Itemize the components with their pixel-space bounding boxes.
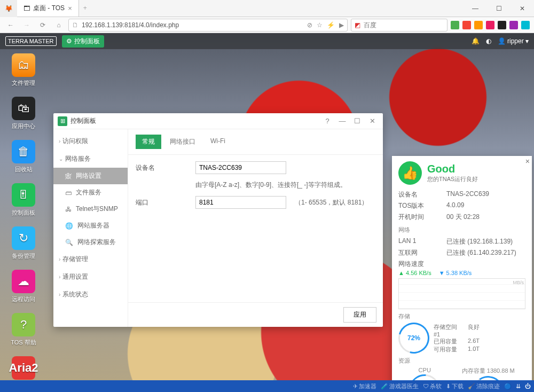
kv-row: 存储空间 #1良好: [434, 323, 480, 338]
window-close-button[interactable]: ✕: [511, 0, 534, 17]
cp-sidebar-item[interactable]: 🖧Telnet与SNMP: [53, 201, 128, 217]
kv-value: TNAS-2CC639: [446, 190, 525, 199]
tab-close-icon[interactable]: ×: [68, 4, 72, 12]
cp-sidebar-category[interactable]: ›系统状态: [53, 286, 128, 303]
lock-icon: 🗋: [72, 21, 78, 29]
search-input[interactable]: [364, 21, 444, 29]
port-input[interactable]: [195, 196, 286, 209]
ext-icon[interactable]: [521, 21, 530, 29]
status-title: Good: [427, 163, 478, 175]
ext-icon[interactable]: [462, 21, 471, 29]
cp-sidebar-item[interactable]: 🌐网站服务器: [53, 217, 128, 234]
address-bar[interactable]: 🗋 ⊘ ☆ ⚡ ▶: [68, 19, 348, 32]
nav-reload-button[interactable]: ⟳: [36, 19, 49, 32]
cp-maximize-button[interactable]: ☐: [351, 117, 364, 125]
cp-sidebar-item[interactable]: 🗃文件服务: [53, 184, 128, 201]
topbar-chip[interactable]: ⚙ 控制面板: [62, 35, 104, 48]
addr-play-icon[interactable]: ▶: [339, 21, 344, 29]
cp-main: 常规网络接口Wi-Fi 设备名 由字母[A-Z a-z]、数字[0-9]、连接符…: [128, 129, 383, 327]
ext-icon[interactable]: [509, 21, 518, 29]
taskbar-tray-icon[interactable]: ⇊: [516, 383, 521, 390]
kv-key: 互联网: [398, 248, 446, 257]
kv-row: 网络速度: [398, 258, 525, 270]
browser-tab[interactable]: 🗔 桌面 - TOS ×: [17, 0, 79, 17]
nav-home-button[interactable]: ⌂: [52, 19, 65, 32]
desktop-icon-tile: 🗂: [12, 53, 35, 77]
browser-titlebar: 🦊 🗔 桌面 - TOS × + — ☐ ✕: [0, 0, 534, 17]
kv-value: 2.6T: [468, 338, 480, 346]
cp-help-button[interactable]: ?: [321, 117, 334, 125]
cp-titlebar[interactable]: ⊞ 控制面板 ? — ☐ ✕: [53, 113, 383, 129]
desktop-icon-tile: ↻: [12, 226, 35, 250]
desktop-icon[interactable]: 🎚控制面板: [7, 183, 40, 217]
search-engine-icon: ◩: [355, 21, 360, 29]
taskbar-item[interactable]: 🛡 杀软: [423, 382, 442, 390]
cp-category-label: 访问权限: [62, 137, 88, 146]
ext-icon[interactable]: [451, 21, 459, 29]
desktop-icon[interactable]: 🗂文件管理: [7, 53, 40, 87]
chevron-icon: ⌄: [59, 156, 63, 162]
device-name-input[interactable]: [195, 161, 286, 174]
search-bar[interactable]: ◩: [351, 19, 447, 32]
user-menu[interactable]: 👤 ripper ▾: [498, 37, 529, 45]
chevron-icon: ›: [59, 292, 60, 297]
addr-stop-icon[interactable]: ⊘: [307, 21, 312, 29]
cp-sidebar-category[interactable]: ⌄网络服务: [53, 150, 128, 168]
cp-minimize-button[interactable]: —: [336, 117, 349, 125]
cpu-label: CPU: [419, 367, 431, 373]
ext-icon[interactable]: [486, 21, 494, 29]
nav-forward-button[interactable]: →: [20, 19, 33, 32]
taskbar-tray-icon[interactable]: 🔵: [504, 383, 512, 390]
cp-close-button[interactable]: ✕: [366, 117, 379, 125]
desktop-icon[interactable]: 🗑回收站: [7, 140, 40, 174]
cp-sidebar-item[interactable]: 🕸网络设置: [53, 168, 128, 184]
tos-topbar: TERRA MASTER ⚙ 控制面板 🔔 ◐ 👤 ripper ▾: [0, 33, 534, 49]
new-tab-button[interactable]: +: [79, 0, 91, 17]
nav-back-button[interactable]: ←: [4, 19, 17, 32]
cp-sidebar-category[interactable]: ›通用设置: [53, 268, 128, 286]
kv-key: 可用容量: [434, 346, 464, 354]
cp-sidebar-category[interactable]: ›访问权限: [53, 132, 128, 150]
kv-row: TOS版本4.0.09: [398, 200, 525, 211]
cp-tab[interactable]: Wi-Fi: [204, 135, 232, 149]
chevron-icon: ›: [59, 256, 60, 262]
port-label: 端口: [136, 198, 187, 207]
cp-tabs: 常规网络接口Wi-Fi: [128, 129, 383, 155]
addr-bolt-icon[interactable]: ⚡: [327, 21, 335, 29]
kv-key: 已用容量: [434, 338, 464, 346]
taskbar-item[interactable]: 🧪 游戏器医生: [381, 382, 419, 390]
taskbar-item[interactable]: 🧹 清除痕迹: [468, 382, 500, 390]
apply-button[interactable]: 应用: [343, 307, 376, 323]
desktop-icon-label: 备份管理: [12, 252, 35, 260]
cp-sidebar-item[interactable]: 🔍网络探索服务: [53, 234, 128, 250]
desktop-icon-label: 回收站: [15, 166, 33, 174]
port-hint: （1- 65535，默认 8181）: [295, 198, 368, 207]
desktop-icon[interactable]: 🛍应用中心: [7, 97, 40, 130]
window-maximize-button[interactable]: ☐: [487, 0, 511, 17]
kv-row: 可用容量1.0T: [434, 346, 480, 354]
bell-icon[interactable]: 🔔: [472, 37, 480, 45]
cp-category-label: 网络服务: [65, 154, 91, 163]
desktop-icons: 🗂文件管理🛍应用中心🗑回收站🎚控制面板↻备份管理☁远程访问?TOS 帮助Aria…: [7, 53, 40, 388]
ext-icon[interactable]: [498, 21, 506, 29]
cp-category-label: 存储管理: [62, 255, 88, 264]
address-input[interactable]: [82, 21, 304, 29]
taskbar-item[interactable]: ⬇ 下载: [446, 382, 464, 390]
status-close-button[interactable]: ×: [525, 157, 530, 166]
desktop-icon[interactable]: ↻备份管理: [7, 226, 40, 260]
window-minimize-button[interactable]: —: [464, 0, 487, 17]
taskbar-tray-icon[interactable]: ⏻: [525, 383, 531, 389]
taskbar-item[interactable]: ✈ 加速器: [353, 382, 376, 390]
ext-icon[interactable]: [474, 21, 483, 29]
desktop-icon[interactable]: ?TOS 帮助: [7, 313, 40, 347]
status-icon[interactable]: ◐: [486, 37, 491, 45]
section-storage-label: 存储: [398, 312, 525, 320]
speed-up: ▲ 4.56 KB/s: [398, 270, 431, 276]
sidebar-item-label: Telnet与SNMP: [76, 205, 118, 214]
kv-key: 开机时间: [398, 213, 446, 222]
cp-tab[interactable]: 常规: [136, 135, 161, 149]
addr-star-icon[interactable]: ☆: [317, 21, 323, 29]
cp-sidebar-category[interactable]: ›存储管理: [53, 250, 128, 268]
desktop-icon[interactable]: ☁远程访问: [7, 270, 40, 303]
cp-tab[interactable]: 网络接口: [163, 135, 202, 149]
